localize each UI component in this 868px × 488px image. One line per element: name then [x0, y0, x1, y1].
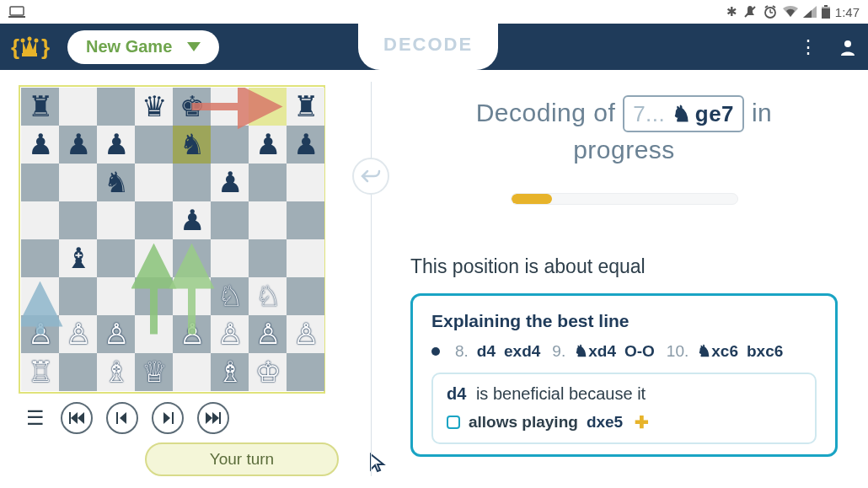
piece-wp[interactable]: ♙ [28, 320, 53, 349]
square-d4[interactable] [135, 239, 173, 277]
menu-button[interactable]: ☰ [24, 402, 47, 434]
square-c1[interactable]: ♗ [97, 353, 135, 391]
square-b5[interactable] [59, 201, 97, 239]
square-h8[interactable]: ♜ [287, 88, 324, 126]
piece-bp[interactable]: ♟ [179, 206, 205, 235]
piece-wk[interactable]: ♔ [255, 358, 281, 387]
square-b6[interactable] [59, 164, 97, 201]
square-d1[interactable]: ♕ [135, 353, 173, 391]
decode-tab[interactable]: DECODE [358, 24, 498, 70]
app-logo[interactable]: { } [10, 30, 51, 64]
square-g5[interactable] [249, 201, 287, 239]
square-d8[interactable]: ♛ [135, 88, 173, 126]
move[interactable]: ♞xd4 [574, 341, 616, 361]
move[interactable]: bxc6 [747, 342, 783, 361]
square-e3[interactable] [173, 277, 211, 315]
square-f3[interactable]: ♘ [211, 277, 249, 315]
first-move-button[interactable] [61, 402, 93, 434]
square-h3[interactable] [287, 277, 324, 315]
piece-bp[interactable]: ♟ [255, 131, 281, 159]
square-f8[interactable] [211, 88, 249, 126]
square-h7[interactable]: ♟ [287, 126, 324, 164]
square-b7[interactable]: ♟ [59, 126, 97, 164]
square-f1[interactable]: ♗ [211, 353, 249, 391]
square-e7[interactable]: ♞ [173, 126, 211, 164]
allows-row[interactable]: allows playing dxe5 ✚ [447, 412, 801, 432]
square-h1[interactable] [287, 353, 324, 391]
square-g2[interactable]: ♙ [249, 315, 287, 353]
square-c8[interactable] [97, 88, 135, 126]
piece-bb[interactable]: ♝ [66, 244, 91, 273]
square-f4[interactable] [211, 239, 249, 277]
checkbox-icon[interactable] [447, 416, 460, 429]
square-a6[interactable] [21, 164, 59, 201]
undo-button[interactable] [352, 158, 389, 195]
new-game-button[interactable]: New Game [67, 30, 219, 64]
square-h4[interactable] [287, 239, 324, 277]
move[interactable]: ♞xc6 [697, 341, 738, 361]
square-g1[interactable]: ♔ [249, 353, 287, 391]
square-c6[interactable]: ♞ [97, 164, 135, 201]
square-h6[interactable] [287, 164, 324, 201]
last-move-button[interactable] [197, 402, 229, 434]
piece-wn[interactable]: ♘ [255, 282, 281, 311]
next-move-button[interactable] [152, 402, 184, 434]
piece-bk[interactable]: ♚ [179, 93, 205, 121]
square-a7[interactable]: ♟ [21, 126, 59, 164]
piece-bn[interactable]: ♞ [104, 169, 129, 197]
square-a5[interactable] [21, 201, 59, 239]
piece-wp[interactable]: ♙ [255, 320, 281, 349]
square-a8[interactable]: ♜ [21, 88, 59, 126]
user-icon[interactable] [838, 37, 858, 57]
piece-wn[interactable]: ♘ [217, 282, 243, 311]
piece-bp[interactable]: ♟ [293, 131, 319, 159]
more-icon[interactable]: ⋮ [799, 36, 817, 58]
square-b1[interactable] [59, 353, 97, 391]
square-h5[interactable] [287, 201, 324, 239]
square-c5[interactable] [97, 201, 135, 239]
piece-wr[interactable]: ♖ [28, 358, 53, 387]
square-g7[interactable]: ♟ [249, 126, 287, 164]
piece-wq[interactable]: ♕ [142, 358, 167, 387]
piece-wp[interactable]: ♙ [217, 320, 243, 349]
chess-board[interactable]: ♜♛♚♜♟♟♟♞♟♟♞♟♟♝♘♘♙♙♙♙♙♙♙♖♗♕♗♔ [21, 88, 324, 391]
piece-bp[interactable]: ♟ [66, 131, 91, 159]
square-e1[interactable] [173, 353, 211, 391]
square-f6[interactable]: ♟ [211, 164, 249, 201]
piece-wp[interactable]: ♙ [104, 320, 129, 349]
square-g8[interactable] [249, 88, 287, 126]
square-d7[interactable] [135, 126, 173, 164]
square-a2[interactable]: ♙ [21, 315, 59, 353]
square-e6[interactable] [173, 164, 211, 201]
square-c3[interactable] [97, 277, 135, 315]
square-b2[interactable]: ♙ [59, 315, 97, 353]
square-b3[interactable] [59, 277, 97, 315]
piece-wp[interactable]: ♙ [66, 320, 91, 349]
square-d5[interactable] [135, 201, 173, 239]
square-g3[interactable]: ♘ [249, 277, 287, 315]
piece-wb[interactable]: ♗ [104, 358, 129, 387]
prev-move-button[interactable] [106, 402, 138, 434]
square-b4[interactable]: ♝ [59, 239, 97, 277]
best-line-moves[interactable]: 8.d4exd49.♞xd4O-O10.♞xc6bxc6 [431, 341, 817, 361]
piece-br[interactable]: ♜ [293, 93, 319, 121]
square-c2[interactable]: ♙ [97, 315, 135, 353]
square-f2[interactable]: ♙ [211, 315, 249, 353]
square-g4[interactable] [249, 239, 287, 277]
square-e2[interactable]: ♙ [173, 315, 211, 353]
move[interactable]: exd4 [504, 342, 540, 361]
piece-bp[interactable]: ♟ [217, 169, 243, 197]
square-e4[interactable] [173, 239, 211, 277]
square-a1[interactable]: ♖ [21, 353, 59, 391]
piece-br[interactable]: ♜ [28, 93, 53, 121]
square-a4[interactable] [21, 239, 59, 277]
square-a3[interactable] [21, 277, 59, 315]
square-f5[interactable] [211, 201, 249, 239]
piece-bp[interactable]: ♟ [28, 131, 53, 159]
plus-icon[interactable]: ✚ [635, 412, 649, 432]
square-d2[interactable] [135, 315, 173, 353]
piece-bn[interactable]: ♞ [179, 131, 205, 159]
square-h2[interactable]: ♙ [287, 315, 324, 353]
square-b8[interactable] [59, 88, 97, 126]
square-e8[interactable]: ♚ [173, 88, 211, 126]
